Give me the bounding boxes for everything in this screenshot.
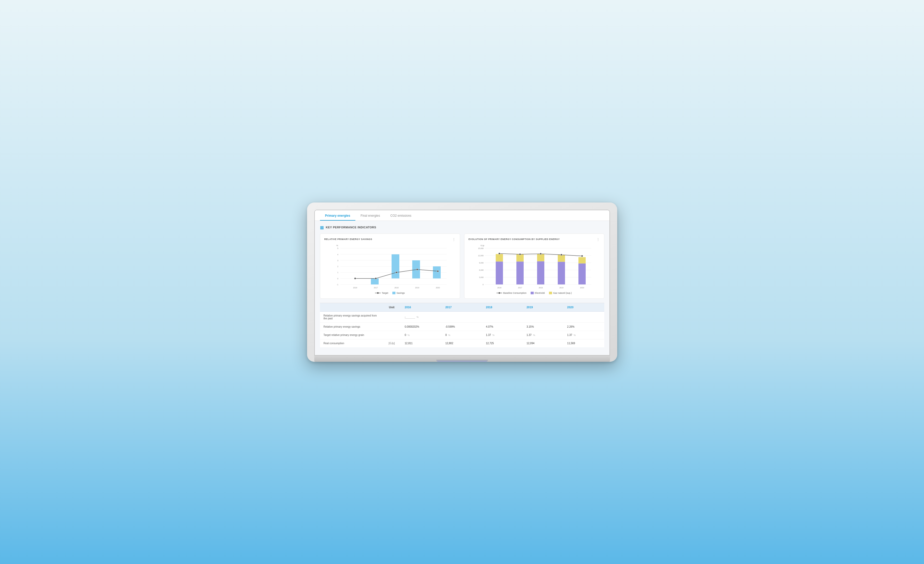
chart-card-consumption: ⋮ EVOLUTION OF PRIMARY ENERGY CONSUMPTIO… — [464, 233, 604, 299]
row3-label: Target relative primary energy grain — [320, 331, 382, 339]
col-header-2016: 2016 — [401, 303, 442, 311]
chart-card-savings: ⋮ RELATIVE PRIMARY ENERGY SAVINGS % — [320, 233, 460, 299]
bar-gas-2019 — [558, 255, 565, 262]
legend-gaz-label: Gaz naturel (sup.) — [553, 292, 572, 294]
data-table: Unit 2016 2017 2018 2019 2020 — [320, 303, 604, 347]
row4-2020: 11,569 — [564, 339, 604, 347]
baseline-dot-2018 — [540, 253, 542, 255]
legend-elec-label: Electricité — [535, 292, 545, 294]
baseline-dot-2017 — [519, 253, 521, 255]
row4-unit: [GJp] — [382, 339, 401, 347]
svg-text:12,000: 12,000 — [478, 255, 484, 257]
row2-2020: 2.26% — [564, 322, 604, 331]
baseline-dot-2020 — [581, 255, 583, 257]
row2-2017: -0.599% — [442, 322, 482, 331]
row1-2020 — [564, 311, 604, 322]
tab-primary-energies[interactable]: Primary energies — [320, 210, 356, 221]
svg-text:0: 0 — [483, 284, 484, 286]
svg-text:-1: -1 — [336, 284, 338, 286]
bar-gas-2020 — [578, 257, 586, 263]
bar-elec-2016 — [496, 262, 503, 284]
col-header-2019: 2019 — [523, 303, 564, 311]
svg-text:2018: 2018 — [538, 287, 543, 289]
row3-2016: 0 % — [401, 331, 442, 339]
target-dot-2018 — [396, 271, 397, 273]
row2-label: Relative primary energy savings — [320, 322, 382, 331]
legend-baseline: Baseline Consumption — [496, 292, 526, 294]
row4-2016: 12,811 — [401, 339, 442, 347]
chart1-area: % -1 0 1 — [324, 243, 456, 290]
legend-savings: Savings — [392, 292, 405, 294]
row1-unit — [382, 311, 401, 322]
legend-target: Target — [375, 292, 388, 294]
chart1-menu-icon[interactable]: ⋮ — [452, 238, 456, 242]
svg-text:%: % — [336, 244, 338, 247]
tab-co2-emissions[interactable]: CO2 emissions — [385, 210, 416, 221]
svg-text:9,000: 9,000 — [479, 262, 484, 264]
col-header-2020: 2020 — [564, 303, 604, 311]
legend-savings-rect — [392, 292, 396, 294]
col-header-unit: Unit — [382, 303, 401, 311]
row1-2019 — [523, 311, 564, 322]
svg-point-41 — [499, 292, 500, 294]
svg-text:3,000: 3,000 — [479, 277, 484, 278]
bar-gas-2017 — [516, 254, 524, 262]
bar-2017 — [371, 278, 379, 284]
row3-2017: 0 % — [442, 331, 482, 339]
svg-text:3: 3 — [337, 259, 338, 261]
svg-text:2: 2 — [337, 266, 338, 268]
legend-electricite: Electricité — [531, 292, 545, 294]
legend-gaz-rect — [549, 292, 552, 294]
row2-unit — [382, 322, 401, 331]
tab-final-energies[interactable]: Final energies — [356, 210, 385, 221]
bar-2019 — [412, 260, 420, 278]
row4-2017: 12,802 — [442, 339, 482, 347]
svg-text:2017: 2017 — [518, 287, 522, 289]
legend-elec-rect — [531, 292, 534, 294]
legend-gaz: Gaz naturel (sup.) — [549, 292, 572, 294]
svg-text:4: 4 — [337, 253, 338, 255]
chart1-title: RELATIVE PRIMARY ENERGY SAVINGS — [324, 238, 456, 241]
bar-2018 — [392, 254, 399, 278]
chart2-menu-icon[interactable]: ⋮ — [596, 238, 600, 242]
legend-savings-label: Savings — [396, 292, 405, 294]
svg-text:2016: 2016 — [353, 287, 357, 289]
charts-row: ⋮ RELATIVE PRIMARY ENERGY SAVINGS % — [320, 233, 604, 299]
svg-text:2018: 2018 — [394, 287, 399, 289]
svg-text:1: 1 — [337, 272, 338, 273]
kpi-section: ▩ KEY PERFORMANCE INDICATORS ⋮ RELATIVE … — [315, 221, 609, 352]
kpi-title: KEY PERFORMANCE INDICATORS — [326, 226, 376, 229]
kpi-header: ▩ KEY PERFORMANCE INDICATORS — [320, 225, 604, 230]
kpi-chart-icon: ▩ — [320, 225, 324, 230]
row1-label: Relative primary energy savings acquired… — [320, 311, 382, 322]
target-dot-2020 — [437, 270, 439, 272]
svg-text:2017: 2017 — [374, 287, 378, 289]
bar-2020 — [433, 266, 441, 278]
baseline-dot-2016 — [498, 253, 500, 254]
svg-text:15,000: 15,000 — [478, 248, 484, 249]
row1-2018 — [482, 311, 523, 322]
svg-text:2019: 2019 — [559, 287, 564, 289]
target-dot-2016 — [354, 277, 356, 279]
legend-target-label: Target — [382, 292, 388, 294]
row1-2017 — [442, 311, 482, 322]
col-header-2017: 2017 — [442, 303, 482, 311]
svg-text:0: 0 — [337, 277, 338, 279]
bar-gas-2018 — [537, 254, 544, 261]
table-row-3: Target relative primary energy grain 0 %… — [320, 331, 604, 339]
bar-elec-2018 — [537, 261, 544, 284]
svg-text:2020: 2020 — [580, 287, 584, 289]
row1-2016: % — [401, 311, 442, 322]
bar-elec-2019 — [558, 262, 565, 284]
row2-2018: 4.07% — [482, 322, 523, 331]
row1-2016-input[interactable] — [405, 316, 415, 319]
svg-text:2016: 2016 — [497, 287, 501, 289]
row3-2019: 1.37 % — [523, 331, 564, 339]
row4-2019: 12,094 — [523, 339, 564, 347]
bar-gas-2016 — [496, 254, 503, 262]
baseline-dot-2019 — [560, 254, 562, 256]
chart2-legend: Baseline Consumption Electricité Gaz nat… — [469, 292, 600, 294]
svg-text:GJp: GJp — [480, 244, 484, 247]
row2-2016: 0.0000202% — [401, 322, 442, 331]
row4-label: Real consumption — [320, 339, 382, 347]
